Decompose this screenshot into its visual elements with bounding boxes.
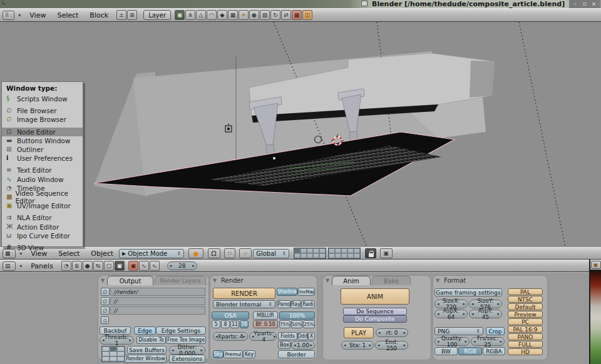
format-collapse-triangle[interactable]: ▼ xyxy=(436,278,439,283)
disable-te-button[interactable]: Disable Te xyxy=(136,336,166,344)
oops-menu-select[interactable]: Select xyxy=(57,11,78,19)
edge-settings-button[interactable]: Edge Settings xyxy=(156,326,206,335)
mode-dropdown[interactable]: ▶ Object Mode xyxy=(119,249,184,258)
sub-anim-icon[interactable]: ∿ xyxy=(139,261,149,271)
border-toggle[interactable]: Border xyxy=(278,350,315,358)
render-display-grid[interactable] xyxy=(101,346,125,362)
fields-toggle[interactable]: Fields xyxy=(278,332,297,340)
bf-field[interactable]: Bf: 0.50 xyxy=(253,320,278,328)
orientation-dropdown[interactable]: Global xyxy=(253,249,289,258)
filter-texture-icon[interactable]: ▨ xyxy=(260,10,270,20)
osa-5-button[interactable]: 5 xyxy=(212,320,220,328)
filter-curve-icon[interactable]: ◠ xyxy=(207,10,217,20)
menu-item-image-browser[interactable]: ∅ Image Browser xyxy=(2,115,83,124)
render-preview-icon[interactable]: ▣ xyxy=(380,248,393,258)
lock-layers-button[interactable] xyxy=(365,248,376,258)
tab-render-layers[interactable]: Render Layers xyxy=(155,276,206,285)
play-button[interactable]: PLAY xyxy=(344,327,374,338)
frame-number-field[interactable]: 28 xyxy=(167,261,197,270)
path-browse-icon-1[interactable]: ∅ xyxy=(101,288,110,296)
buttons-collapse-triangle[interactable]: ▾ xyxy=(19,263,22,269)
oops-menu-block[interactable]: Block xyxy=(90,11,108,19)
sub-sound-icon[interactable]: ∿ xyxy=(150,261,160,271)
rt-field[interactable]: rt: 0 xyxy=(376,328,408,337)
aspy-field[interactable]: AspY: 45 xyxy=(469,310,502,318)
menu-item-3d-view[interactable]: # 3D View xyxy=(2,243,83,252)
game-framing-button[interactable]: Game framing settings xyxy=(434,288,502,296)
do-composite-toggle[interactable]: Do Composite xyxy=(343,315,407,323)
pivot-dropdown[interactable]: Ω xyxy=(208,248,220,258)
preset-ntsc-button[interactable]: NTSC xyxy=(508,296,543,303)
menu-item-audio-window[interactable]: ∿ Audio Window xyxy=(2,175,83,184)
tab-anim[interactable]: Anim xyxy=(332,276,371,285)
edge-toggle[interactable]: Edge xyxy=(134,326,156,335)
viewport-3d[interactable] xyxy=(0,22,601,247)
draw-mode-dropdown[interactable]: ● xyxy=(188,248,203,258)
menu-item-action-editor[interactable]: Ж Action Editor xyxy=(2,222,83,231)
osa-11-button[interactable]: 11 xyxy=(230,320,239,328)
filetype-dropdown[interactable]: PNG xyxy=(434,327,483,335)
output-path-field[interactable]: //render/ xyxy=(110,288,205,296)
filter-lamp-icon[interactable]: △ xyxy=(196,10,206,20)
menu-item-buttons-window[interactable]: ▬ Buttons Window xyxy=(2,136,83,145)
menu-item-text-editor[interactable]: ≡ Text Editor xyxy=(2,166,83,174)
hand-widget-icon[interactable]: ☞ xyxy=(239,248,252,258)
aspx-field[interactable]: AspX: 64 xyxy=(434,310,468,318)
context-shading-icon[interactable]: ● xyxy=(83,261,93,271)
free-tex-image-button[interactable]: Free Tex Image xyxy=(166,336,206,344)
preset-pal169-button[interactable]: PAL 16:9 xyxy=(508,326,543,333)
filter-lampdata-icon[interactable]: ☀ xyxy=(239,10,249,20)
filter-relations-icon[interactable]: ⇄ xyxy=(281,10,291,20)
filter-dropdown[interactable]: Box xyxy=(278,341,290,349)
close-button[interactable]: × xyxy=(590,1,597,8)
context-object-icon[interactable]: ⇆ xyxy=(93,261,103,271)
yparts-field[interactable]: Yparts: 4 xyxy=(249,332,277,341)
render-collapse-triangle[interactable]: ▼ xyxy=(213,278,217,283)
crop-toggle[interactable]: Crop xyxy=(486,327,505,335)
buttons-window-type-button[interactable]: ▤ : xyxy=(3,261,16,271)
shadow-toggle[interactable]: Shadow xyxy=(277,288,297,296)
radi-toggle[interactable]: Radi xyxy=(301,300,315,308)
filter-material-icon[interactable]: ● xyxy=(249,10,259,20)
preset-pc-button[interactable]: PC xyxy=(508,318,543,325)
menu-item-scripts-window[interactable]: § Scripts Window xyxy=(2,94,83,103)
menu-item-ipo-curve-editor[interactable]: ω Ipo Curve Editor xyxy=(2,231,83,240)
ray-toggle[interactable]: Ray xyxy=(290,300,301,308)
end-field[interactable]: End: 250 xyxy=(375,341,408,350)
layer-toggle-button[interactable]: Layer xyxy=(143,10,171,20)
rgb-toggle[interactable]: RGB xyxy=(458,347,482,355)
menu-item-user-preferences[interactable]: i User Preferences xyxy=(2,154,83,163)
context-editing-icon[interactable]: ▢ xyxy=(104,261,114,271)
pano-toggle[interactable]: Pano xyxy=(277,300,290,308)
tab-bake[interactable]: Bake xyxy=(372,276,411,285)
path-browse-icon-3[interactable]: ∅ xyxy=(101,306,110,315)
view3d-menu-object[interactable]: Object xyxy=(91,250,113,258)
bw-toggle[interactable]: BW xyxy=(434,347,458,355)
engine-dropdown[interactable]: Blender Internal xyxy=(213,300,275,308)
oops-window-type-button[interactable]: ⠿ : xyxy=(3,11,14,20)
extensions-button[interactable]: Extensions xyxy=(169,355,205,363)
size-100-toggle[interactable]: 100% xyxy=(279,311,315,320)
context-scene-icon[interactable]: ▣ xyxy=(115,261,125,271)
panels-menu[interactable]: Panels xyxy=(31,262,53,270)
sta-field[interactable]: Sta: 1 xyxy=(341,341,374,350)
oops-menu-view[interactable]: View xyxy=(29,11,46,19)
size-25-button[interactable]: 25% xyxy=(303,320,315,328)
sky-toggle[interactable]: Sky xyxy=(213,350,223,358)
menu-item-uv-image-editor[interactable]: ▣ UV/Image Editor xyxy=(2,201,83,210)
context-logic-icon[interactable]: ◔ xyxy=(61,261,71,271)
mblur-toggle[interactable]: MBLUR xyxy=(253,311,278,320)
menu-item-file-browser[interactable]: ∅ File Browser xyxy=(2,106,83,115)
zoom-border-icon[interactable]: ⊞ xyxy=(127,10,137,20)
menu-item-video-sequence-editor[interactable]: ▩ Video Sequence Editor xyxy=(2,193,83,201)
context-script-icon[interactable]: ≣ xyxy=(72,261,82,271)
sizey-field[interactable]: SizeY: 576 xyxy=(469,300,502,308)
header-collapse-triangle[interactable]: ▾ xyxy=(18,13,21,18)
preset-hd-button[interactable]: HD xyxy=(508,348,543,355)
image-strip-window-type-icon[interactable]: ▣ xyxy=(591,261,601,269)
sizex-field[interactable]: SizeX: 720 xyxy=(434,300,468,308)
dither-field[interactable]: Dither: 0.000 xyxy=(169,346,205,355)
menu-item-nla-editor[interactable]: ⇉ NLA Editor xyxy=(2,213,83,222)
path-browse-icon-2[interactable]: ∅ xyxy=(101,297,110,305)
xparts-field[interactable]: Xparts: 4 xyxy=(213,332,248,341)
